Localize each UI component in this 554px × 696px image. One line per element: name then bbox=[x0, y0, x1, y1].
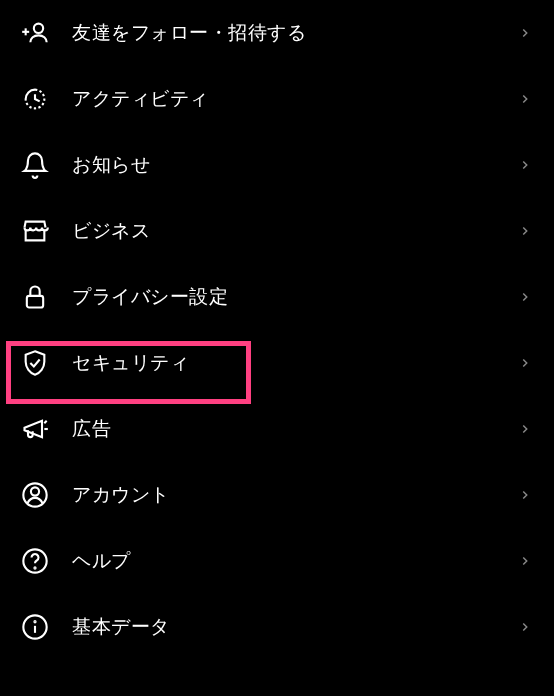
chevron-right-icon bbox=[516, 420, 534, 438]
svg-line-4 bbox=[44, 421, 46, 423]
shield-check-icon bbox=[20, 348, 50, 378]
menu-item-privacy[interactable]: プライバシー設定 bbox=[0, 264, 554, 330]
menu-label: ヘルプ bbox=[72, 548, 516, 574]
menu-label: ビジネス bbox=[72, 218, 516, 244]
svg-rect-3 bbox=[27, 296, 43, 308]
menu-item-help[interactable]: ヘルプ bbox=[0, 528, 554, 594]
menu-label: お知らせ bbox=[72, 152, 516, 178]
activity-icon bbox=[20, 84, 50, 114]
menu-label: アクティビティ bbox=[72, 86, 516, 112]
svg-point-0 bbox=[34, 24, 43, 33]
add-person-icon bbox=[20, 18, 50, 48]
menu-label: アカウント bbox=[72, 482, 516, 508]
menu-item-ads[interactable]: 広告 bbox=[0, 396, 554, 462]
bell-icon bbox=[20, 150, 50, 180]
menu-item-business[interactable]: ビジネス bbox=[0, 198, 554, 264]
svg-point-12 bbox=[34, 621, 35, 622]
menu-item-notifications[interactable]: お知らせ bbox=[0, 132, 554, 198]
menu-label: 友達をフォロー・招待する bbox=[72, 20, 516, 46]
chevron-right-icon bbox=[516, 354, 534, 372]
menu-item-account[interactable]: アカウント bbox=[0, 462, 554, 528]
settings-menu: 友達をフォロー・招待する アクティビティ お知らせ ビジネス bbox=[0, 0, 554, 660]
chevron-right-icon bbox=[516, 552, 534, 570]
menu-item-follow-invite[interactable]: 友達をフォロー・招待する bbox=[0, 0, 554, 66]
svg-point-9 bbox=[34, 567, 35, 568]
menu-label: プライバシー設定 bbox=[72, 284, 516, 310]
chevron-right-icon bbox=[516, 156, 534, 174]
info-icon bbox=[20, 612, 50, 642]
megaphone-icon bbox=[20, 414, 50, 444]
chevron-right-icon bbox=[516, 288, 534, 306]
chevron-right-icon bbox=[516, 222, 534, 240]
svg-point-7 bbox=[31, 487, 39, 495]
chevron-right-icon bbox=[516, 618, 534, 636]
help-icon bbox=[20, 546, 50, 576]
account-circle-icon bbox=[20, 480, 50, 510]
chevron-right-icon bbox=[516, 90, 534, 108]
menu-item-activity[interactable]: アクティビティ bbox=[0, 66, 554, 132]
menu-label: 広告 bbox=[72, 416, 516, 442]
menu-label: 基本データ bbox=[72, 614, 516, 640]
menu-item-about[interactable]: 基本データ bbox=[0, 594, 554, 660]
chevron-right-icon bbox=[516, 486, 534, 504]
chevron-right-icon bbox=[516, 24, 534, 42]
menu-label: セキュリティ bbox=[72, 350, 516, 376]
lock-icon bbox=[20, 282, 50, 312]
menu-item-security[interactable]: セキュリティ bbox=[0, 330, 554, 396]
storefront-icon bbox=[20, 216, 50, 246]
